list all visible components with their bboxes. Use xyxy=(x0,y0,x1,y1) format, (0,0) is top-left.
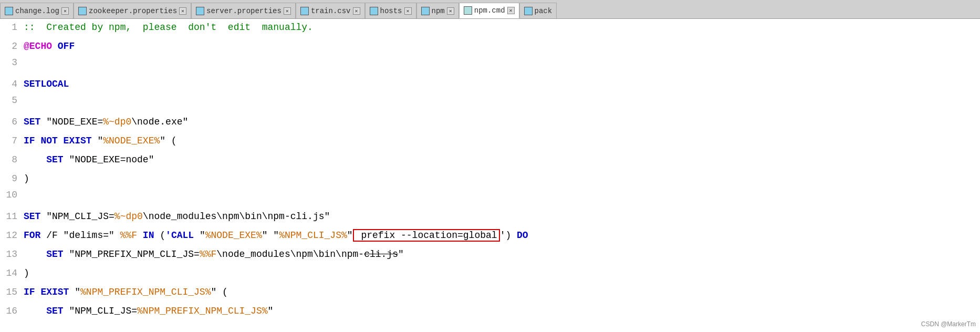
line-content: :: Created by npm, please don't edit man… xyxy=(24,19,980,36)
code-line-8: 8 SET "NODE_EXE=node" xyxy=(0,151,980,170)
file-icon xyxy=(524,7,533,15)
tab-npm-cmd[interactable]: npm.cmd ✕ xyxy=(459,3,519,18)
line-number: 6 xyxy=(0,117,24,127)
line-content: ) xyxy=(24,265,980,282)
tab-pack[interactable]: pack xyxy=(519,3,557,18)
tab-label: pack xyxy=(535,7,552,15)
file-icon xyxy=(421,7,430,15)
text: \node.exe" xyxy=(131,117,188,127)
set-keyword: SET xyxy=(24,211,40,222)
line-content xyxy=(24,195,980,198)
line-number: 14 xyxy=(0,268,24,278)
line-number: 9 xyxy=(0,173,24,184)
do-keyword: DO xyxy=(517,230,528,241)
line-number: 4 xyxy=(0,79,24,89)
code-line-4: 4 SETLOCAL xyxy=(0,76,980,95)
call-keyword: 'CALL xyxy=(165,230,194,241)
var: %~dp0 xyxy=(103,117,131,127)
editor-area: 1 :: Created by npm, please don't edit m… xyxy=(0,19,980,321)
for-keyword: FOR xyxy=(24,230,40,241)
tab-change-log[interactable]: change.log ✕ xyxy=(0,3,74,18)
line-number: 2 xyxy=(0,41,24,51)
in-keyword: IN xyxy=(143,230,154,241)
tab-label: zookeeper.properties xyxy=(89,7,177,15)
line-number: 8 xyxy=(0,154,24,165)
strikethrough-text: cli.js xyxy=(364,249,398,260)
tab-label: hosts xyxy=(380,7,402,15)
line-content: SETLOCAL xyxy=(24,76,980,92)
var: %NPM_CLI_JS% xyxy=(279,230,347,241)
tab-label: server.properties xyxy=(206,7,282,15)
line-number: 16 xyxy=(0,306,24,316)
tab-npm[interactable]: npm ✕ xyxy=(416,3,459,18)
line-number: 11 xyxy=(0,211,24,222)
line-content: SET "NODE_EXE=%~dp0\node.exe" xyxy=(24,114,980,130)
tab-close-button[interactable]: ✕ xyxy=(179,7,186,15)
tab-close-button[interactable]: ✕ xyxy=(447,7,454,15)
code-line-1: 1 :: Created by npm, please don't edit m… xyxy=(0,19,980,38)
tab-label: change.log xyxy=(15,7,59,15)
file-icon xyxy=(5,7,13,15)
line-number: 5 xyxy=(0,95,24,106)
code-line-14: 14 ) xyxy=(0,265,980,284)
code-line-7: 7 IF NOT EXIST "%NODE_EXE%" ( xyxy=(0,132,980,151)
tab-close-button[interactable]: ✕ xyxy=(404,7,412,15)
var: %NODE_EXE% xyxy=(205,230,262,241)
echo-keyword: @ECHO xyxy=(24,41,52,51)
tab-close-button[interactable]: ✕ xyxy=(507,7,515,14)
set-keyword: SET xyxy=(46,306,63,316)
quote: "NODE_EXE= xyxy=(46,117,103,127)
file-icon xyxy=(300,7,309,15)
line-number: 7 xyxy=(0,136,24,146)
code-line-15: 15 IF EXIST "%NPM_PREFIX_NPM_CLI_JS%" ( xyxy=(0,284,980,303)
code-line-6: 6 SET "NODE_EXE=%~dp0\node.exe" xyxy=(0,113,980,132)
line-number: 1 xyxy=(0,22,24,33)
if-keyword: IF NOT EXIST xyxy=(24,136,92,146)
code-line-12: 12 FOR /F "delims=" %%F IN ('CALL "%NODE… xyxy=(0,227,980,246)
line-content xyxy=(24,101,980,103)
tab-close-button[interactable]: ✕ xyxy=(284,7,291,15)
line-content: FOR /F "delims=" %%F IN ('CALL "%NODE_EX… xyxy=(24,227,980,244)
file-icon xyxy=(196,7,204,15)
watermark: CSDN @MarkerTm xyxy=(921,320,976,321)
var: %%F xyxy=(120,230,137,241)
code-line-3: 3 xyxy=(0,57,980,76)
file-icon xyxy=(370,7,378,15)
set-keyword: SET xyxy=(24,117,40,127)
line-content: SET "NPM_CLI_JS=%~dp0\node_modules\npm\b… xyxy=(24,209,980,225)
tab-hosts[interactable]: hosts ✕ xyxy=(365,3,416,18)
line-content: SET "NODE_EXE=node" xyxy=(24,152,980,168)
code-line-13: 13 SET "NPM_PREFIX_NPM_CLI_JS=%%F\node_m… xyxy=(0,246,980,265)
tab-label: npm.cmd xyxy=(474,6,505,15)
code-line-5: 5 xyxy=(0,95,980,113)
var: %~dp0 xyxy=(114,211,143,222)
line-content xyxy=(24,63,980,65)
line-number: 12 xyxy=(0,230,24,241)
tab-zookeeper-properties[interactable]: zookeeper.properties ✕ xyxy=(74,3,191,18)
code-line-9: 9 ) xyxy=(0,170,980,189)
set-keyword: SET xyxy=(46,154,63,165)
file-icon xyxy=(78,7,87,15)
tab-close-button[interactable]: ✕ xyxy=(353,7,360,15)
line-content: IF NOT EXIST "%NODE_EXE%" ( xyxy=(24,133,980,149)
tab-train-csv[interactable]: train.csv ✕ xyxy=(296,3,365,18)
var: %NPM_PREFIX_NPM_CLI_JS% xyxy=(137,306,267,316)
line-content: SET "NPM_CLI_JS=%NPM_PREFIX_NPM_CLI_JS%" xyxy=(24,303,980,319)
line-content: @ECHO OFF xyxy=(24,38,980,55)
set-keyword: SET xyxy=(46,249,63,260)
if-keyword: IF EXIST xyxy=(24,287,69,297)
var: %%F xyxy=(200,249,216,260)
tab-label: npm xyxy=(432,7,445,15)
file-icon xyxy=(464,6,472,15)
code-line-10: 10 xyxy=(0,189,980,208)
code-line-11: 11 SET "NPM_CLI_JS=%~dp0\node_modules\np… xyxy=(0,208,980,227)
line-number: 3 xyxy=(0,57,24,68)
line-content: ) xyxy=(24,171,980,187)
line-number: 15 xyxy=(0,287,24,297)
line-content: SET "NPM_PREFIX_NPM_CLI_JS=%%F\node_modu… xyxy=(24,246,980,263)
tab-server-properties[interactable]: server.properties ✕ xyxy=(191,3,296,18)
line-content: IF EXIST "%NPM_PREFIX_NPM_CLI_JS%" ( xyxy=(24,284,980,300)
off-keyword: OFF xyxy=(52,41,75,51)
code-line-2: 2 @ECHO OFF xyxy=(0,38,980,57)
tab-close-button[interactable]: ✕ xyxy=(61,7,69,15)
